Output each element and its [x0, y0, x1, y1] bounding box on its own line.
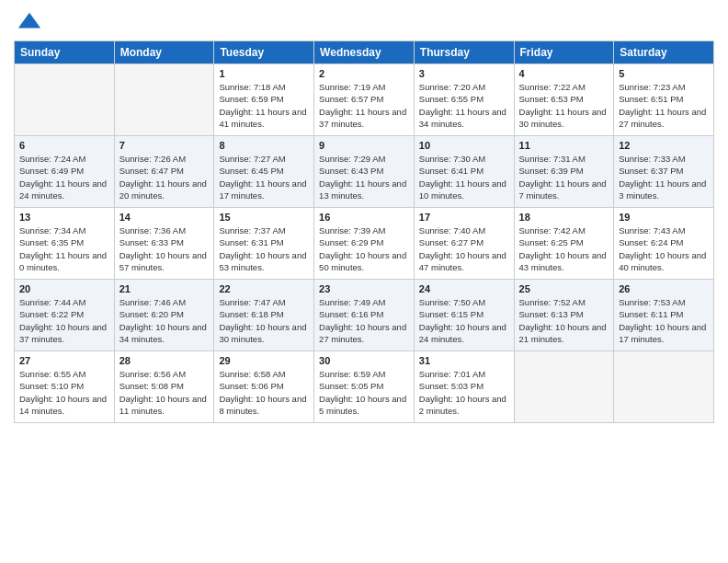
calendar-cell: 30Sunrise: 6:59 AM Sunset: 5:05 PM Dayli…	[314, 351, 415, 423]
calendar-cell: 23Sunrise: 7:49 AM Sunset: 6:16 PM Dayli…	[314, 280, 415, 351]
calendar-cell: 11Sunrise: 7:31 AM Sunset: 6:39 PM Dayli…	[514, 136, 614, 208]
day-info: Sunrise: 7:44 AM Sunset: 6:22 PM Dayligh…	[19, 296, 109, 345]
day-number: 18	[519, 212, 609, 223]
col-header-thursday: Thursday	[414, 41, 514, 64]
day-number: 31	[419, 355, 509, 366]
day-info: Sunrise: 7:43 AM Sunset: 6:24 PM Dayligh…	[619, 224, 709, 273]
day-number: 21	[119, 283, 210, 294]
day-number: 12	[619, 140, 709, 151]
day-info: Sunrise: 7:19 AM Sunset: 6:57 PM Dayligh…	[319, 81, 409, 130]
day-info: Sunrise: 6:58 AM Sunset: 5:06 PM Dayligh…	[219, 368, 309, 417]
page: SundayMondayTuesdayWednesdayThursdayFrid…	[0, 0, 728, 563]
day-info: Sunrise: 7:47 AM Sunset: 6:18 PM Dayligh…	[219, 296, 309, 345]
calendar-cell: 1Sunrise: 7:18 AM Sunset: 6:59 PM Daylig…	[214, 64, 314, 136]
day-number: 25	[519, 283, 609, 294]
calendar-cell: 5Sunrise: 7:23 AM Sunset: 6:51 PM Daylig…	[614, 64, 714, 136]
calendar-cell: 22Sunrise: 7:47 AM Sunset: 6:18 PM Dayli…	[214, 280, 314, 351]
day-number: 28	[119, 355, 210, 366]
day-number: 27	[19, 355, 109, 366]
day-info: Sunrise: 7:42 AM Sunset: 6:25 PM Dayligh…	[519, 224, 609, 273]
day-info: Sunrise: 7:34 AM Sunset: 6:35 PM Dayligh…	[19, 224, 109, 273]
logo-icon	[17, 9, 42, 35]
day-number: 4	[519, 68, 609, 79]
calendar-cell: 13Sunrise: 7:34 AM Sunset: 6:35 PM Dayli…	[15, 208, 115, 280]
day-number: 30	[319, 355, 409, 366]
calendar-cell: 15Sunrise: 7:37 AM Sunset: 6:31 PM Dayli…	[214, 208, 314, 280]
calendar-cell: 8Sunrise: 7:27 AM Sunset: 6:45 PM Daylig…	[214, 136, 314, 208]
calendar-cell: 26Sunrise: 7:53 AM Sunset: 6:11 PM Dayli…	[614, 280, 714, 351]
calendar-cell: 7Sunrise: 7:26 AM Sunset: 6:47 PM Daylig…	[114, 136, 214, 208]
calendar-cell: 17Sunrise: 7:40 AM Sunset: 6:27 PM Dayli…	[414, 208, 514, 280]
day-number: 20	[19, 283, 109, 294]
calendar-cell: 12Sunrise: 7:33 AM Sunset: 6:37 PM Dayli…	[614, 136, 714, 208]
day-info: Sunrise: 7:33 AM Sunset: 6:37 PM Dayligh…	[619, 153, 709, 201]
calendar-cell: 6Sunrise: 7:24 AM Sunset: 6:49 PM Daylig…	[15, 136, 115, 208]
day-info: Sunrise: 7:29 AM Sunset: 6:43 PM Dayligh…	[319, 153, 409, 201]
col-header-tuesday: Tuesday	[214, 41, 314, 64]
day-info: Sunrise: 7:31 AM Sunset: 6:39 PM Dayligh…	[519, 153, 609, 201]
logo-text	[14, 9, 42, 35]
day-info: Sunrise: 7:26 AM Sunset: 6:47 PM Dayligh…	[119, 153, 210, 201]
calendar-cell: 2Sunrise: 7:19 AM Sunset: 6:57 PM Daylig…	[314, 64, 415, 136]
day-number: 26	[619, 283, 709, 294]
calendar-cell: 25Sunrise: 7:52 AM Sunset: 6:13 PM Dayli…	[514, 280, 614, 351]
day-number: 13	[19, 212, 109, 223]
day-info: Sunrise: 7:27 AM Sunset: 6:45 PM Dayligh…	[219, 153, 309, 201]
header	[14, 9, 714, 33]
day-number: 16	[319, 212, 409, 223]
calendar-cell	[614, 351, 714, 423]
day-number: 1	[219, 68, 309, 79]
day-number: 9	[319, 140, 409, 151]
calendar-week-row: 13Sunrise: 7:34 AM Sunset: 6:35 PM Dayli…	[15, 208, 714, 280]
day-number: 23	[319, 283, 409, 294]
calendar-cell: 18Sunrise: 7:42 AM Sunset: 6:25 PM Dayli…	[514, 208, 614, 280]
col-header-friday: Friday	[514, 41, 614, 64]
day-number: 24	[419, 283, 509, 294]
day-info: Sunrise: 7:30 AM Sunset: 6:41 PM Dayligh…	[419, 153, 509, 201]
col-header-saturday: Saturday	[614, 41, 714, 64]
day-info: Sunrise: 7:37 AM Sunset: 6:31 PM Dayligh…	[219, 224, 309, 273]
calendar-cell: 19Sunrise: 7:43 AM Sunset: 6:24 PM Dayli…	[614, 208, 714, 280]
day-info: Sunrise: 7:40 AM Sunset: 6:27 PM Dayligh…	[419, 224, 509, 273]
calendar-cell: 9Sunrise: 7:29 AM Sunset: 6:43 PM Daylig…	[314, 136, 415, 208]
day-info: Sunrise: 6:59 AM Sunset: 5:05 PM Dayligh…	[319, 368, 409, 417]
calendar-header-row: SundayMondayTuesdayWednesdayThursdayFrid…	[15, 41, 714, 64]
day-number: 14	[119, 212, 210, 223]
day-info: Sunrise: 7:22 AM Sunset: 6:53 PM Dayligh…	[519, 81, 609, 130]
day-number: 6	[19, 140, 109, 151]
calendar-cell: 21Sunrise: 7:46 AM Sunset: 6:20 PM Dayli…	[114, 280, 214, 351]
calendar-cell: 31Sunrise: 7:01 AM Sunset: 5:03 PM Dayli…	[414, 351, 514, 423]
calendar-week-row: 1Sunrise: 7:18 AM Sunset: 6:59 PM Daylig…	[15, 64, 714, 136]
day-info: Sunrise: 7:53 AM Sunset: 6:11 PM Dayligh…	[619, 296, 709, 345]
day-info: Sunrise: 7:24 AM Sunset: 6:49 PM Dayligh…	[19, 153, 109, 201]
svg-marker-0	[18, 13, 40, 29]
calendar-cell: 4Sunrise: 7:22 AM Sunset: 6:53 PM Daylig…	[514, 64, 614, 136]
col-header-monday: Monday	[114, 41, 214, 64]
calendar-cell: 27Sunrise: 6:55 AM Sunset: 5:10 PM Dayli…	[15, 351, 115, 423]
day-info: Sunrise: 7:49 AM Sunset: 6:16 PM Dayligh…	[319, 296, 409, 345]
calendar-week-row: 27Sunrise: 6:55 AM Sunset: 5:10 PM Dayli…	[15, 351, 714, 423]
day-number: 15	[219, 212, 309, 223]
day-info: Sunrise: 7:20 AM Sunset: 6:55 PM Dayligh…	[419, 81, 509, 130]
day-info: Sunrise: 7:39 AM Sunset: 6:29 PM Dayligh…	[319, 224, 409, 273]
day-info: Sunrise: 7:36 AM Sunset: 6:33 PM Dayligh…	[119, 224, 210, 273]
calendar-cell: 28Sunrise: 6:56 AM Sunset: 5:08 PM Dayli…	[114, 351, 214, 423]
calendar-cell: 20Sunrise: 7:44 AM Sunset: 6:22 PM Dayli…	[15, 280, 115, 351]
day-number: 2	[319, 68, 409, 79]
calendar-cell: 3Sunrise: 7:20 AM Sunset: 6:55 PM Daylig…	[414, 64, 514, 136]
calendar-cell	[514, 351, 614, 423]
calendar-cell: 14Sunrise: 7:36 AM Sunset: 6:33 PM Dayli…	[114, 208, 214, 280]
day-number: 19	[619, 212, 709, 223]
day-number: 3	[419, 68, 509, 79]
day-info: Sunrise: 6:55 AM Sunset: 5:10 PM Dayligh…	[19, 368, 109, 417]
calendar-week-row: 6Sunrise: 7:24 AM Sunset: 6:49 PM Daylig…	[15, 136, 714, 208]
calendar-week-row: 20Sunrise: 7:44 AM Sunset: 6:22 PM Dayli…	[15, 280, 714, 351]
day-info: Sunrise: 6:56 AM Sunset: 5:08 PM Dayligh…	[119, 368, 210, 417]
day-info: Sunrise: 7:01 AM Sunset: 5:03 PM Dayligh…	[419, 368, 509, 417]
calendar-cell: 10Sunrise: 7:30 AM Sunset: 6:41 PM Dayli…	[414, 136, 514, 208]
day-number: 22	[219, 283, 309, 294]
day-number: 7	[119, 140, 210, 151]
day-number: 5	[619, 68, 709, 79]
day-info: Sunrise: 7:46 AM Sunset: 6:20 PM Dayligh…	[119, 296, 210, 345]
calendar-cell: 16Sunrise: 7:39 AM Sunset: 6:29 PM Dayli…	[314, 208, 415, 280]
